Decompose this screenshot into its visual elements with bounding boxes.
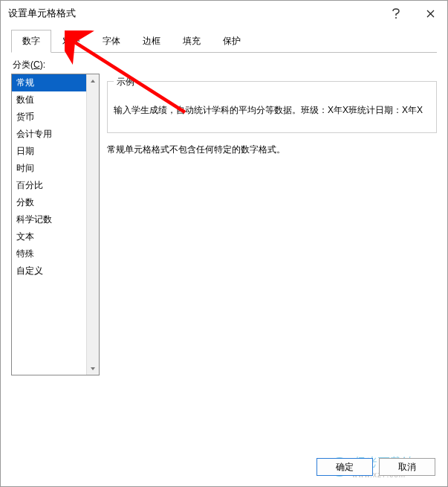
tab-font[interactable]: 字体 xyxy=(91,30,132,53)
listbox-scrollbar[interactable] xyxy=(86,74,99,375)
list-item[interactable]: 常规 xyxy=(12,74,86,91)
dialog-tabs: 数字 对齐 字体 边框 填充 保护 xyxy=(1,26,447,53)
category-listbox[interactable]: 常规 数值 货币 会计专用 日期 时间 百分比 分数 科学记数 文本 特殊 自定… xyxy=(11,74,100,375)
list-item[interactable]: 特殊 xyxy=(12,245,86,262)
example-legend: 示例 xyxy=(114,76,137,88)
dialog-body: 分类(C): 常规 数值 货币 会计专用 日期 时间 百分比 分数 科学记数 文… xyxy=(1,53,447,375)
help-button[interactable] xyxy=(379,1,413,25)
tab-number[interactable]: 数字 xyxy=(11,30,51,53)
dialog-buttons: 确定 取消 xyxy=(316,458,435,476)
dialog-title: 设置单元格格式 xyxy=(8,7,76,20)
scroll-up-arrow[interactable] xyxy=(87,74,99,87)
close-button[interactable] xyxy=(413,1,447,25)
list-item[interactable]: 科学记数 xyxy=(12,211,86,228)
example-group: 示例 输入学生成绩，自动统计学科的平均分等数据。班级：X年X班统计日期：X年X xyxy=(107,81,437,133)
scroll-track[interactable] xyxy=(87,87,99,362)
list-item[interactable]: 会计专用 xyxy=(12,126,86,143)
list-item[interactable]: 百分比 xyxy=(12,177,86,194)
list-item[interactable]: 分数 xyxy=(12,194,86,211)
list-item[interactable]: 时间 xyxy=(12,160,86,177)
format-cells-dialog: 设置单元格格式 数字 对齐 字体 边框 填充 保护 分类(C): xyxy=(0,0,448,487)
category-label: 分类(C): xyxy=(11,57,437,74)
tab-fill[interactable]: 填充 xyxy=(172,30,212,53)
chevron-down-icon xyxy=(90,367,96,371)
titlebar: 设置单元格格式 xyxy=(1,1,447,26)
chevron-up-icon xyxy=(90,79,96,83)
format-description: 常规单元格格式不包含任何特定的数字格式。 xyxy=(107,143,437,156)
help-icon xyxy=(392,8,400,19)
list-item[interactable]: 文本 xyxy=(12,228,86,245)
cancel-button[interactable]: 取消 xyxy=(379,458,435,476)
close-icon xyxy=(426,10,435,18)
right-pane: 示例 输入学生成绩，自动统计学科的平均分等数据。班级：X年X班统计日期：X年X … xyxy=(107,74,437,375)
tab-border[interactable]: 边框 xyxy=(132,30,172,53)
list-item[interactable]: 货币 xyxy=(12,109,86,126)
scroll-down-arrow[interactable] xyxy=(87,362,99,375)
example-text: 输入学生成绩，自动统计学科的平均分等数据。班级：X年X班统计日期：X年X xyxy=(114,104,430,117)
tab-protection[interactable]: 保护 xyxy=(212,30,252,53)
svg-point-0 xyxy=(395,17,397,19)
tab-alignment[interactable]: 对齐 xyxy=(51,30,91,53)
ok-button[interactable]: 确定 xyxy=(316,458,373,476)
list-item[interactable]: 自定义 xyxy=(12,262,86,280)
list-item[interactable]: 数值 xyxy=(12,91,86,109)
list-item[interactable]: 日期 xyxy=(12,143,86,160)
